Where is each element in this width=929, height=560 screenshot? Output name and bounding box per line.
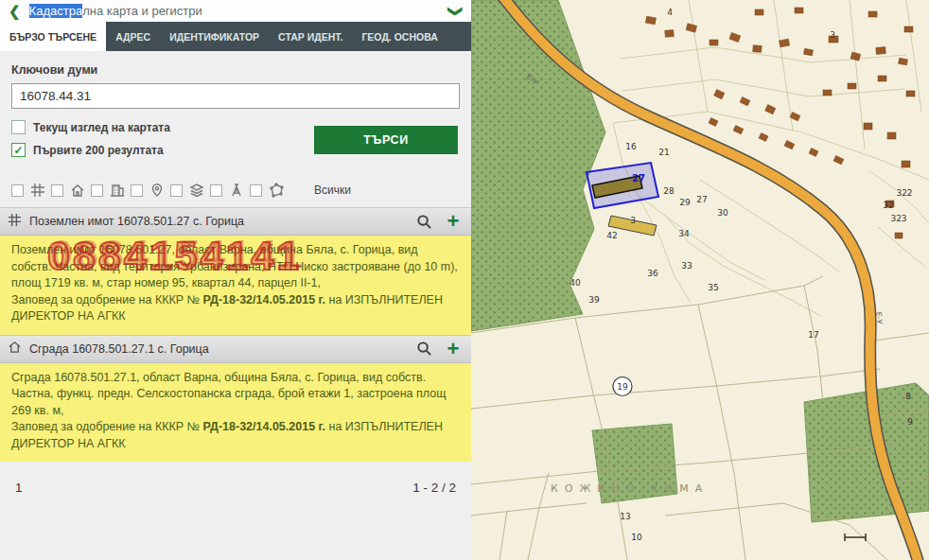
svg-text:32: 32 [883,201,893,210]
tab-geodetic-basis[interactable]: ГЕОД. ОСНОВА [352,22,447,51]
cadastral-map[interactable]: Е-У Е-У КОЖИНО ХОМА 43162127282927303423… [471,0,929,560]
panel-title: Кадастрална карта и регистри [29,4,443,18]
add-result-icon[interactable]: + [443,212,464,231]
svg-text:36: 36 [647,269,658,278]
zoom-to-result-icon[interactable] [412,211,435,232]
search-options: Текущ изглед на картата Първите 200 резу… [11,120,460,173]
svg-text:323: 323 [890,214,906,223]
current-view-label: Текущ изглед на картата [33,121,170,134]
search-panel: ❮ Кадастрална карта и регистри ❯ БЪРЗО Т… [0,0,471,560]
svg-text:21: 21 [658,148,669,157]
add-result-icon[interactable]: + [443,340,464,359]
selected-text: Кадастра [29,4,83,18]
first-200-checkbox[interactable] [11,143,26,157]
house-icon[interactable] [68,182,86,199]
svg-text:39: 39 [588,295,600,305]
result-type-filters: Всички [0,173,471,207]
result-details-parcel: Поземлен имот 16078.501.27, област Варна… [0,236,471,335]
svg-text:13: 13 [620,512,630,521]
first-200-label: Първите 200 резултата [33,144,164,157]
panel-header: ❮ Кадастрална карта и регистри ❯ [0,0,471,22]
building-icon[interactable] [108,182,126,199]
svg-text:3: 3 [830,30,835,40]
layers-icon[interactable] [187,182,205,199]
svg-text:29: 29 [679,198,691,207]
location-pin-icon[interactable] [148,182,166,199]
result-row-building[interactable]: Сграда 16078.501.27.1 с. Горица + [0,335,471,363]
zoom-to-result-icon[interactable] [412,339,435,359]
svg-text:42: 42 [606,231,617,240]
svg-text:8: 8 [905,392,911,401]
result-row-parcel[interactable]: Поземлен имот 16078.501.27 с. Горица + [0,207,471,236]
filter-pin-checkbox[interactable] [131,184,143,197]
svg-text:27: 27 [632,173,645,184]
current-view-checkbox[interactable] [11,120,26,134]
tab-identifier[interactable]: ИДЕНТИФИКАТОР [160,22,269,51]
collapse-panel-icon[interactable]: ❮ [9,3,21,20]
filter-polygon-checkbox[interactable] [250,184,262,197]
filter-parcel-checkbox[interactable] [11,184,24,197]
chevron-down-icon[interactable]: ❯ [452,5,462,17]
pagination: 1 1 - 2 / 2 [0,462,471,495]
svg-text:4: 4 [667,8,673,17]
svg-text:3: 3 [630,216,636,225]
svg-text:27: 27 [696,195,707,204]
svg-text:10: 10 [631,533,642,542]
svg-text:28: 28 [663,186,675,196]
svg-text:34: 34 [678,229,690,238]
filter-all-label[interactable]: Всички [314,184,351,197]
tab-old-ident[interactable]: СТАР ИДЕНТ. [269,22,352,51]
keywords-label: Ключови думи [11,63,460,77]
svg-text:19: 19 [617,382,628,392]
filter-house-checkbox[interactable] [51,184,63,197]
house-icon [8,340,22,358]
parcel-grid-icon[interactable] [28,182,46,199]
keywords-input[interactable] [11,83,460,109]
current-page[interactable]: 1 [15,481,23,495]
svg-text:16: 16 [625,142,637,151]
svg-text:33: 33 [681,261,692,271]
result-title: Сграда 16078.501.27.1 с. Горица [29,342,405,356]
svg-text:9: 9 [907,417,913,427]
polygon-icon[interactable] [267,182,285,199]
search-tabs: БЪРЗО ТЪРСЕНЕ АДРЕС ИДЕНТИФИКАТОР СТАР И… [0,22,471,51]
tab-address[interactable]: АДРЕС [106,22,160,51]
search-button[interactable]: ТЪРСИ [314,126,458,154]
result-title: Поземлен имот 16078.501.27 с. Горица [29,215,405,228]
filter-geodetic-checkbox[interactable] [210,184,222,197]
parcel-grid-icon [8,213,22,231]
locality-label: КОЖИНО ХОМА [551,482,709,495]
svg-text:17: 17 [808,330,818,340]
svg-text:40: 40 [570,278,581,288]
road-label: Е-У [874,311,884,324]
kais-cadastre-app: ❮ Кадастрална карта и регистри ❯ БЪРЗО Т… [0,0,929,560]
filter-building-checkbox[interactable] [91,184,103,197]
filter-layers-checkbox[interactable] [170,184,183,197]
svg-text:322: 322 [896,188,912,198]
svg-text:35: 35 [708,283,718,292]
geodetic-point-icon[interactable] [227,182,245,199]
result-range: 1 - 2 / 2 [412,481,456,495]
result-details-building: Сграда 16078.501.27.1, област Варна, общ… [0,363,471,463]
quick-search-form: Ключови думи Текущ изглед на картата Пър… [0,51,471,173]
tab-quick-search[interactable]: БЪРЗО ТЪРСЕНЕ [0,22,106,51]
svg-text:30: 30 [717,208,728,218]
